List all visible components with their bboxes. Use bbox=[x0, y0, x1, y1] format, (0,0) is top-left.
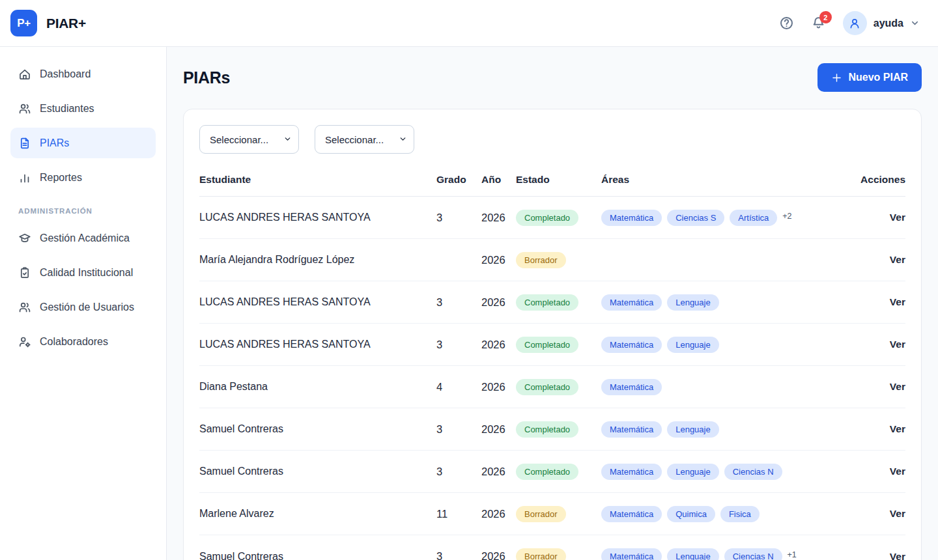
areas-list: MatemáticaLenguaje bbox=[601, 294, 853, 311]
view-link[interactable]: Ver bbox=[890, 381, 905, 392]
areas-list: MatemáticaLenguaje bbox=[601, 337, 853, 353]
sidebar-admin-nav: Gestión Académica Calidad Institucional … bbox=[10, 223, 156, 357]
status-cell: Completado bbox=[516, 210, 601, 226]
area-chip: Lenguaje bbox=[667, 548, 719, 560]
actions-cell: Ver bbox=[853, 381, 905, 393]
col-header-grado: Grado bbox=[436, 174, 481, 186]
grade-value: 11 bbox=[436, 508, 481, 520]
home-icon bbox=[18, 68, 31, 81]
sidebar-item-colaboradores[interactable]: Colaboradores bbox=[10, 326, 156, 357]
sidebar-item-piars[interactable]: PIARs bbox=[10, 128, 156, 158]
table-row: Diana Pestana 4 2026 Completado Matemáti… bbox=[199, 366, 905, 408]
view-link[interactable]: Ver bbox=[890, 339, 905, 350]
status-cell: Completado bbox=[516, 464, 601, 480]
filter-select-1[interactable]: Seleccionar... bbox=[199, 125, 299, 154]
area-chip: Matemática bbox=[601, 464, 662, 480]
view-link[interactable]: Ver bbox=[890, 423, 905, 434]
extra-areas-count: +2 bbox=[782, 212, 791, 221]
plus-icon bbox=[831, 72, 842, 83]
sidebar: Dashboard Estudiantes PIARs Reportes ADM… bbox=[0, 47, 167, 560]
actions-cell: Ver bbox=[853, 339, 905, 350]
area-chip: Matemática bbox=[601, 379, 662, 395]
view-link[interactable]: Ver bbox=[890, 551, 905, 560]
status-cell: Completado bbox=[516, 294, 601, 311]
sidebar-item-gestion-academica[interactable]: Gestión Académica bbox=[10, 223, 156, 253]
username-label: ayuda bbox=[874, 18, 903, 29]
year-value: 2026 bbox=[481, 423, 516, 436]
table-body: LUCAS ANDRES HERAS SANTOYA 3 2026 Comple… bbox=[199, 197, 905, 560]
status-badge: Borrador bbox=[516, 548, 566, 560]
area-chip: Matemática bbox=[601, 337, 662, 353]
sidebar-item-dashboard[interactable]: Dashboard bbox=[10, 59, 156, 89]
help-icon bbox=[779, 16, 794, 31]
view-link[interactable]: Ver bbox=[890, 254, 905, 265]
status-cell: Borrador bbox=[516, 548, 601, 560]
sidebar-item-gestion-usuarios[interactable]: Gestión de Usuarios bbox=[10, 292, 156, 322]
users-icon bbox=[18, 301, 31, 314]
users-icon bbox=[18, 102, 31, 115]
year-value: 2026 bbox=[481, 508, 516, 520]
grade-value: 4 bbox=[436, 381, 481, 393]
help-button[interactable] bbox=[779, 16, 794, 31]
table-row: Marlene Alvarez 11 2026 Borrador Matemát… bbox=[199, 493, 905, 535]
graduation-cap-icon bbox=[18, 232, 31, 245]
filter-select-2[interactable]: Seleccionar... bbox=[315, 125, 414, 154]
student-name: Samuel Contreras bbox=[199, 423, 436, 435]
sidebar-item-estudiantes[interactable]: Estudiantes bbox=[10, 93, 156, 124]
brand[interactable]: P+ PIAR+ bbox=[10, 10, 86, 36]
document-icon bbox=[18, 137, 31, 150]
notifications-button[interactable]: 2 bbox=[811, 16, 826, 31]
bar-chart-icon bbox=[18, 171, 31, 184]
table-row: Samuel Contreras 3 2026 Completado Matem… bbox=[199, 408, 905, 451]
view-link[interactable]: Ver bbox=[890, 466, 905, 477]
status-badge: Borrador bbox=[516, 252, 566, 268]
user-menu[interactable]: ayuda bbox=[843, 11, 920, 35]
area-chip: Matemática bbox=[601, 548, 662, 560]
status-cell: Completado bbox=[516, 337, 601, 353]
area-chip: Fisica bbox=[720, 506, 760, 522]
year-value: 2026 bbox=[481, 466, 516, 478]
area-chip: Quimica bbox=[667, 506, 715, 522]
table-row: LUCAS ANDRES HERAS SANTOYA 3 2026 Comple… bbox=[199, 324, 905, 366]
status-badge: Completado bbox=[516, 464, 578, 480]
view-link[interactable]: Ver bbox=[890, 212, 905, 223]
table-row: Samuel Contreras 3 2026 Borrador Matemát… bbox=[199, 535, 905, 560]
area-chip: Lenguaje bbox=[667, 464, 719, 480]
grade-value: 3 bbox=[436, 466, 481, 478]
sidebar-item-calidad-institucional[interactable]: Calidad Institucional bbox=[10, 257, 156, 288]
col-header-areas: Áreas bbox=[601, 174, 853, 186]
view-link[interactable]: Ver bbox=[890, 508, 905, 519]
status-badge: Completado bbox=[516, 210, 578, 226]
status-cell: Completado bbox=[516, 379, 601, 395]
grade-value: 3 bbox=[436, 212, 481, 224]
actions-cell: Ver bbox=[853, 212, 905, 223]
sidebar-item-reportes[interactable]: Reportes bbox=[10, 162, 156, 193]
status-badge: Completado bbox=[516, 379, 578, 395]
areas-list: MatemáticaLenguajeCiencias N+1 bbox=[601, 548, 853, 560]
status-badge: Borrador bbox=[516, 506, 566, 522]
actions-cell: Ver bbox=[853, 423, 905, 435]
status-badge: Completado bbox=[516, 294, 578, 311]
new-piar-button[interactable]: Nuevo PIAR bbox=[817, 63, 922, 92]
area-chip: Lenguaje bbox=[667, 294, 719, 311]
grade-value: 3 bbox=[436, 339, 481, 351]
status-cell: Borrador bbox=[516, 252, 601, 268]
areas-list: MatemáticaLenguajeCiencias N bbox=[601, 464, 853, 480]
topbar-actions: 2 ayuda bbox=[779, 11, 920, 35]
year-value: 2026 bbox=[481, 254, 516, 266]
areas-list: MatemáticaCiencias SArtística+2 bbox=[601, 210, 853, 226]
status-cell: Borrador bbox=[516, 506, 601, 522]
filters: Seleccionar... Seleccionar... bbox=[199, 125, 905, 154]
extra-areas-count: +1 bbox=[788, 550, 797, 559]
actions-cell: Ver bbox=[853, 254, 905, 266]
clipboard-check-icon bbox=[18, 266, 31, 279]
app-title: PIAR+ bbox=[46, 16, 86, 31]
table-row: LUCAS ANDRES HERAS SANTOYA 3 2026 Comple… bbox=[199, 281, 905, 324]
student-name: Samuel Contreras bbox=[199, 551, 436, 560]
student-name: LUCAS ANDRES HERAS SANTOYA bbox=[199, 296, 436, 308]
col-header-estudiante: Estudiante bbox=[199, 174, 436, 186]
year-value: 2026 bbox=[481, 212, 516, 224]
year-value: 2026 bbox=[481, 296, 516, 309]
view-link[interactable]: Ver bbox=[890, 296, 905, 307]
student-name: Marlene Alvarez bbox=[199, 508, 436, 520]
